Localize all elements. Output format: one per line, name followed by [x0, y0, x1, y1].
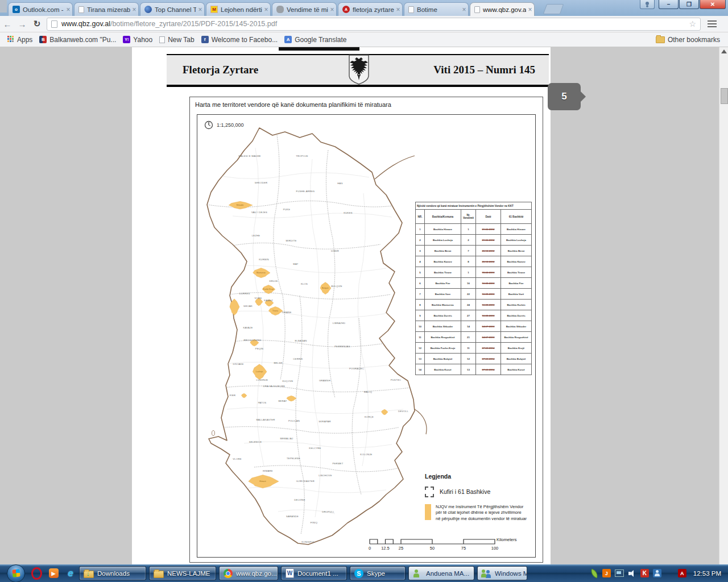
volume-tray-icon[interactable]: [628, 569, 636, 577]
vertical-scrollbar[interactable]: [719, 47, 728, 564]
table-cell: Bashkia Himare: [501, 224, 532, 235]
browser-tab[interactable]: Botime×: [404, 2, 469, 16]
taskbar-button-anduena-ma-[interactable]: Anduena MA...: [408, 566, 474, 580]
bookmark-label: New Tab: [168, 36, 194, 44]
table-cell: Bashkia Tirane: [501, 267, 532, 278]
legend-orange-label: NJQV me Instrument Të Përgjithshëm Vendo…: [436, 504, 527, 522]
table-row: 6Bashkia Fier1610.05.2013Bashkia Fier: [416, 278, 532, 289]
gazette-title: Fletorja Zyrtare: [167, 64, 348, 76]
adobe-tray-icon[interactable]: A: [678, 569, 686, 577]
scroll-up-icon[interactable]: [721, 49, 727, 53]
table-column-header: Nr. Vendimit: [461, 210, 476, 224]
table-cell: Bashkia Kamez: [425, 256, 461, 267]
table-cell: 7: [461, 246, 476, 256]
district-label: LIBRAZHD: [333, 322, 346, 325]
table-cell: 13: [416, 354, 425, 364]
outlook-favicon-icon: o: [13, 6, 20, 13]
back-button[interactable]: ←: [0, 19, 15, 29]
compass-icon: [204, 120, 213, 130]
browser-tab[interactable]: Top Channel TV×: [140, 2, 205, 16]
boundary-swatch-icon: [425, 487, 434, 497]
action-flag-tray-icon[interactable]: [665, 569, 674, 577]
table-row: 10Bashkia Shkoder1404.07.2013Bashkia Shk…: [416, 321, 532, 332]
start-button[interactable]: [7, 564, 25, 582]
tab-close-icon[interactable]: ×: [328, 6, 336, 14]
tab-close-icon[interactable]: ×: [196, 6, 204, 14]
bookmark-item[interactable]: New Tab: [159, 36, 194, 44]
browser-tab[interactable]: Afletorja zyrtare×: [338, 2, 403, 16]
minimize-button[interactable]: –: [659, 0, 679, 9]
browser-tab[interactable]: Vendime të mi×: [272, 2, 337, 16]
tab-close-icon[interactable]: ×: [394, 6, 402, 14]
profile-button[interactable]: [640, 0, 655, 9]
district-label: KONISPOL: [301, 541, 315, 543]
scrollbar-thumb[interactable]: [721, 88, 728, 104]
apps-icon: [7, 36, 14, 43]
facebook-icon: f: [201, 36, 209, 43]
taskbar-button-news-lajme[interactable]: NEWS-LAJME: [149, 566, 216, 580]
tab-close-icon[interactable]: ×: [130, 6, 138, 14]
district-label: KËLCYRË: [309, 447, 321, 450]
opera-quicklaunch-icon[interactable]: [31, 568, 42, 579]
folder-icon: [656, 36, 665, 43]
browser-tab[interactable]: MLejohen ndërtim×: [206, 2, 271, 16]
new-tab-button[interactable]: [543, 4, 564, 14]
tab-close-icon[interactable]: ×: [262, 6, 270, 14]
bookmark-item[interactable]: fWelcome to Facebo...: [201, 36, 278, 44]
maximize-button[interactable]: ❐: [679, 0, 699, 9]
bookmark-label: Google Translate: [295, 36, 346, 44]
bookmark-item[interactable]: AGoogle Translate: [284, 36, 346, 44]
taskbar-clock[interactable]: 12:53 PM: [693, 570, 721, 577]
browser-tab[interactable]: Tirana mizerab×: [74, 2, 139, 16]
taskbar-button-windows-me-[interactable]: Windows Me...: [477, 566, 527, 580]
map-frame: 1:1,250,000: [197, 114, 536, 558]
close-button[interactable]: ✕: [700, 0, 726, 9]
district-label: FIER: [230, 394, 236, 397]
tab-close-icon[interactable]: ×: [526, 6, 534, 14]
territory-label: Bulqizë: [322, 287, 329, 289]
leaf-tray-icon[interactable]: [589, 568, 599, 578]
taskbar-button-skype[interactable]: SSkype: [350, 566, 406, 580]
tab-close-icon[interactable]: ×: [460, 6, 468, 14]
tab-title: Lejohen ndërtim: [221, 6, 262, 13]
address-bar[interactable]: www.qbz.gov.al/botime/fletore_zyrtare/20…: [47, 18, 701, 31]
district-label: PUKË: [283, 208, 290, 211]
bookmark-item[interactable]: BBalkanweb.com "Pu...: [39, 36, 116, 44]
gazette-header: Fletorja Zyrtare Viti 2015 – Numri 145: [167, 54, 549, 87]
table-row: 13Bashkia Bulqizë1207.03.2014Bashkia Bul…: [416, 354, 532, 364]
taskbar-button-www-qbz-go-[interactable]: www.qbz.go...: [219, 566, 278, 580]
table-cell: Bashkia Durrës: [425, 310, 461, 321]
district-label: PUSTEC: [391, 379, 402, 381]
other-bookmarks-button[interactable]: Other bookmarks: [656, 36, 720, 44]
bookmark-star-icon[interactable]: ☆: [689, 19, 696, 28]
district-label: PËRRENJAS: [334, 345, 350, 348]
yahoo-icon: Y!: [123, 36, 130, 43]
browser-tab[interactable]: oOutlook.com -×: [8, 2, 73, 16]
table-cell: 7: [416, 289, 425, 300]
forward-button[interactable]: →: [15, 19, 30, 29]
district-label: SHIJAK: [243, 305, 253, 307]
district-label: HAS: [337, 182, 342, 185]
media-player-quicklaunch-icon[interactable]: ▶: [48, 568, 59, 579]
tab-close-icon[interactable]: ×: [64, 6, 72, 14]
table-cell: 14: [461, 321, 476, 332]
table-cell: Bashkia Mamurras: [425, 300, 461, 310]
browser-tab[interactable]: www.qbz.gov.a×: [470, 2, 535, 16]
reload-button[interactable]: ↻: [30, 19, 44, 29]
table-cell: Bashkia Vore: [425, 289, 461, 300]
user-tray-icon[interactable]: [653, 569, 661, 577]
table-cell: 14: [416, 364, 425, 375]
district-label: KLOS: [301, 282, 308, 285]
bookmark-item[interactable]: Apps: [7, 36, 32, 44]
chrome-menu-icon[interactable]: [708, 20, 717, 27]
internet-explorer-quicklaunch-icon[interactable]: e: [65, 568, 76, 579]
bookmark-item[interactable]: Y!Yahoo: [123, 36, 152, 44]
kaspersky-tray-icon[interactable]: K: [640, 569, 649, 577]
table-cell: Bashkia Fier: [501, 278, 532, 289]
table-cell: 04.07.2013: [476, 321, 501, 332]
java-tray-icon[interactable]: J: [602, 569, 611, 577]
bookmarks-list: AppsBBalkanweb.com "Pu...Y!YahooNew Tabf…: [0, 36, 347, 44]
display-tray-icon[interactable]: [615, 569, 624, 577]
taskbar-button-document1-[interactable]: WDocument1 ...: [281, 566, 347, 580]
taskbar-button-downloads[interactable]: Downloads: [79, 566, 146, 580]
